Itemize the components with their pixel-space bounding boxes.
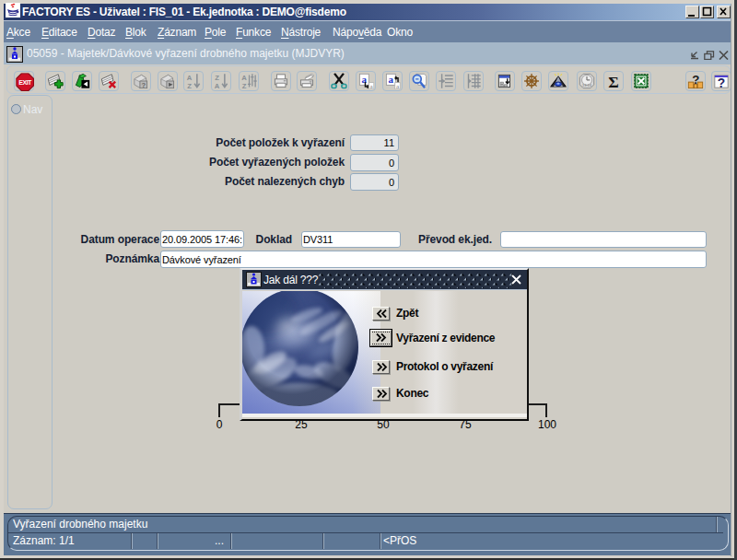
svg-text:?: ?	[692, 73, 699, 87]
svg-text:Z: Z	[215, 74, 219, 82]
svg-text:Z: Z	[242, 82, 247, 89]
svg-text:Z: Z	[187, 82, 192, 89]
svg-text:Σ: Σ	[608, 73, 619, 89]
svg-text:?: ?	[718, 76, 725, 89]
svg-text:13:14: 13:14	[582, 83, 592, 88]
svg-text:A: A	[215, 82, 220, 89]
svg-text:a: a	[362, 74, 368, 85]
svg-text:a: a	[389, 74, 394, 85]
svg-text:A: A	[241, 74, 247, 82]
svg-text:A: A	[187, 74, 193, 82]
svg-text:?: ?	[141, 81, 146, 89]
svg-text:EXIT: EXIT	[18, 79, 32, 87]
